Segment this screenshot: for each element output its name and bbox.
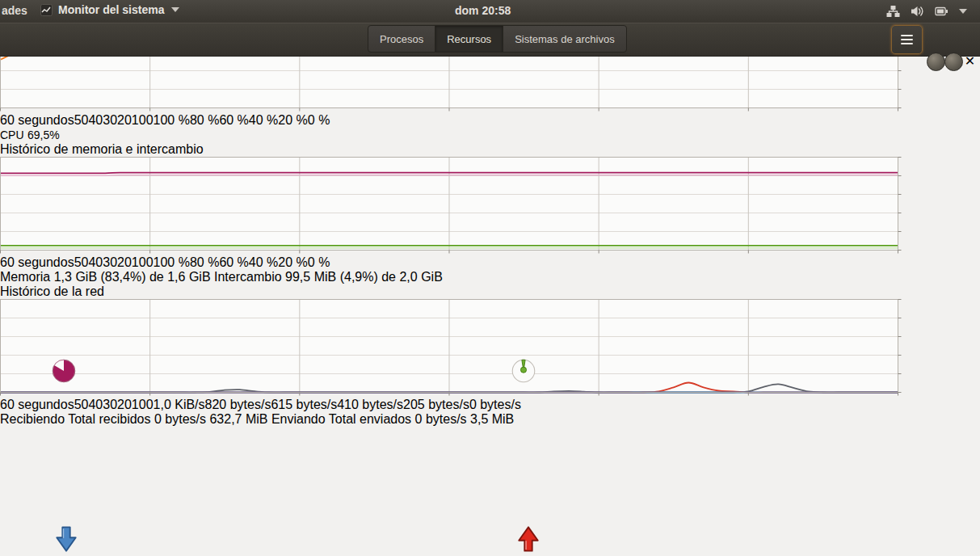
sending-arrow-icon [515,525,541,553]
y-axis-tick-label: 20 % [278,113,307,127]
x-axis-tick-label: 60 segundos [0,398,74,411]
hamburger-icon [901,32,913,47]
x-axis-tick-label: 10 [132,113,146,127]
received-total-label: Total recibidos [68,412,150,426]
x-axis-tick-label: 20 [117,255,132,269]
y-axis-tick-label: 205 bytes/s [403,398,469,411]
x-axis-tick-label: 0 [146,255,154,269]
plot-area [0,299,947,398]
app-menu[interactable]: Monitor del sistema [40,3,179,16]
memory-pie-icon[interactable] [51,358,77,384]
y-axis-tick-label: 80 % [190,255,219,269]
system-monitor-window: { "topbar": { "activities_label": "ades"… [0,0,980,556]
memory-legend-label: Memoria [0,270,50,284]
x-axis-tick-label: 50 [74,255,89,269]
x-axis-tick-label: 60 segundos [0,113,74,127]
y-axis-tick-label: 1,0 KiB/s [154,398,205,411]
y-axis-tick-label: 615 bytes/s [271,398,337,411]
system-monitor-icon [40,4,53,16]
maximize-button[interactable] [944,53,963,71]
tab-sistemas-de-archivos[interactable]: Sistemas de archivos [503,25,627,53]
x-axis-tick-label: 40 [88,113,103,127]
y-axis-tick-label: 0 % [308,113,330,127]
network-section-title: Histórico de la red [0,284,980,299]
y-axis-tick-label: 0 bytes/s [469,398,521,411]
y-axis-tick-label: 80 % [190,113,219,127]
receiving-arrow-icon [53,525,79,553]
cpu-legend-value: 69,5% [27,128,60,141]
minimize-button[interactable] [927,53,945,71]
memory-history-chart: 60 segundos50403020100100 %80 %60 %40 %2… [0,157,980,270]
memory-section-title: Histórico de memoria e intercambio [0,142,980,157]
receiving-rate: 0 bytes/s [154,412,206,426]
tab-recursos[interactable]: Recursos [435,25,503,53]
x-axis-tick-label: 50 [74,398,89,411]
sending-rate: 0 bytes/s [415,412,467,426]
swap-legend-value: 99,5 MiB (4,9%) de 2,0 GiB [285,270,443,284]
swap-pie-icon[interactable] [511,358,536,384]
x-axis-tick-label: 0 [146,113,154,127]
y-axis-tick-label: 100 % [154,113,190,127]
header-bar: Procesos Recursos Sistemas de archivos ✕ [0,23,980,57]
y-axis-tick-label: 0 % [308,255,330,269]
network-history-chart: 60 segundos504030201001,0 KiB/s820 bytes… [0,299,980,412]
clock[interactable]: dom 20:58 [455,4,511,17]
y-axis-tick-label: 410 bytes/s [337,398,403,411]
app-menu-label: Monitor del sistema [58,3,164,16]
x-axis-tick-label: 10 [132,398,146,411]
battery-icon [935,5,948,18]
x-axis-tick-label: 40 [88,398,103,411]
x-axis-tick-label: 20 [117,398,132,411]
tab-group: Procesos Recursos Sistemas de archivos [368,25,627,53]
x-axis-tick-label: 20 [117,113,132,127]
x-axis-tick-label: 50 [74,113,89,127]
status-area[interactable] [886,5,967,18]
memory-legend-value: 1,3 GiB (83,4%) de 1,6 GiB [54,270,211,284]
x-axis-tick-label: 40 [88,255,103,269]
close-icon: ✕ [965,53,975,69]
y-axis-tick-label: 20 % [278,255,307,269]
Memoria-line [1,173,898,174]
chevron-down-icon [959,9,967,14]
close-button[interactable]: ✕ [961,53,978,70]
y-axis-tick-label: 40 % [249,113,278,127]
volume-icon [911,5,924,18]
x-axis-tick-label: 60 segundos [0,255,74,269]
hamburger-menu-button[interactable] [891,25,923,54]
top-bar: ades Monitor del sistema dom 20:58 [0,0,980,23]
received-total: 632,7 MiB [209,412,267,426]
x-axis-tick-label: 30 [103,255,117,269]
y-axis-tick-label: 60 % [219,113,248,127]
receiving-label: Recibiendo [0,412,65,426]
x-axis-tick-label: 30 [103,398,117,411]
chevron-down-icon [171,7,179,12]
swap-legend-label: Intercambio [214,270,282,284]
sent-total: 3,5 MiB [470,412,514,426]
y-axis-tick-label: 60 % [219,255,248,269]
y-axis-tick-label: 100 % [154,255,190,269]
y-axis-tick-label: 40 % [249,255,278,269]
sent-total-label: Total enviados [329,412,411,426]
network-wired-icon [886,5,900,18]
x-axis-tick-label: 10 [132,255,146,269]
plot-area [0,157,947,255]
activities-button[interactable]: ades [2,4,27,17]
cpu-legend-label: CPU [0,128,24,141]
tab-procesos[interactable]: Procesos [368,25,435,53]
x-axis-tick-label: 30 [103,113,117,127]
y-axis-tick-label: 820 bytes/s [205,398,271,411]
sending-label: Enviando [271,412,326,426]
x-axis-tick-label: 0 [146,398,154,411]
